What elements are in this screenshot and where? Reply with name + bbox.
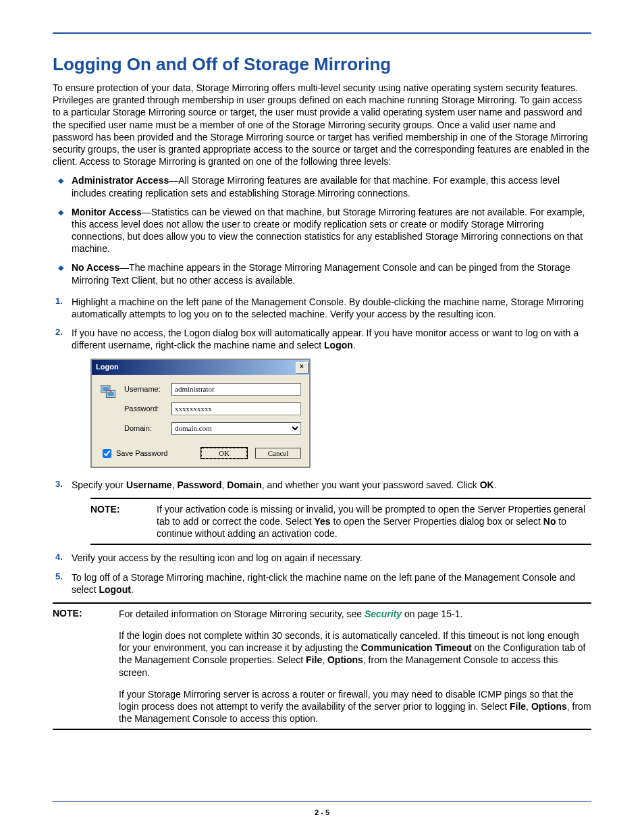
list-item: Administrator Access—All Storage Mirrori… — [72, 174, 591, 199]
save-password-input[interactable] — [103, 449, 111, 458]
dialog-titlebar: Logon × — [92, 360, 309, 375]
step-4: Verify your access by the resulting icon… — [72, 552, 591, 564]
note-label: NOTE: — [90, 503, 144, 540]
dialog-body: Username: Password: Domain: — [92, 375, 309, 467]
step-2: If you have no access, the Logon dialog … — [72, 327, 591, 467]
cancel-button[interactable]: Cancel — [255, 448, 301, 459]
password-label: Password: — [124, 404, 171, 413]
dialog-title: Logon — [96, 362, 119, 371]
access-level-list: Administrator Access—All Storage Mirrori… — [53, 174, 591, 286]
save-password-checkbox[interactable]: Save Password — [100, 447, 167, 460]
bottom-rule — [53, 801, 591, 802]
steps-list: Highlight a machine on the left pane of … — [53, 296, 591, 596]
close-icon[interactable]: × — [296, 362, 308, 373]
security-link[interactable]: Security — [365, 608, 402, 619]
note-box-1: NOTE: If your activation code is missing… — [90, 498, 591, 546]
page-number: 2 - 5 — [315, 808, 329, 816]
computers-icon — [100, 383, 124, 442]
step-3: Specify your Username, Password, Domain,… — [72, 479, 591, 546]
domain-select[interactable]: domain.com — [171, 422, 301, 435]
list-item: No Access—The machine appears in the Sto… — [72, 261, 591, 286]
list-item: Monitor Access—Statistics can be viewed … — [72, 206, 591, 255]
top-rule — [53, 32, 591, 34]
username-label: Username: — [124, 384, 171, 394]
note-box-2: NOTE: For detailed information on Storag… — [53, 602, 591, 731]
page-title: Logging On and Off of Storage Mirroring — [53, 54, 591, 75]
note-body: For detailed information on Storage Mirr… — [119, 608, 591, 725]
document-page: Logging On and Off of Storage Mirroring … — [0, 0, 644, 834]
note-body: If your activation code is missing or in… — [157, 503, 591, 540]
intro-paragraph: To ensure protection of your data, Stora… — [53, 82, 591, 167]
step-1: Highlight a machine on the left pane of … — [72, 296, 591, 320]
password-input[interactable] — [171, 402, 301, 415]
username-input[interactable] — [171, 383, 301, 396]
ok-button[interactable]: OK — [201, 448, 247, 459]
note-label: NOTE: — [53, 608, 107, 725]
svg-rect-3 — [107, 392, 113, 396]
domain-label: Domain: — [124, 423, 171, 433]
step-5: To log off of a Storage Mirroring machin… — [72, 571, 591, 596]
logon-dialog: Logon × Username: — [90, 359, 311, 468]
